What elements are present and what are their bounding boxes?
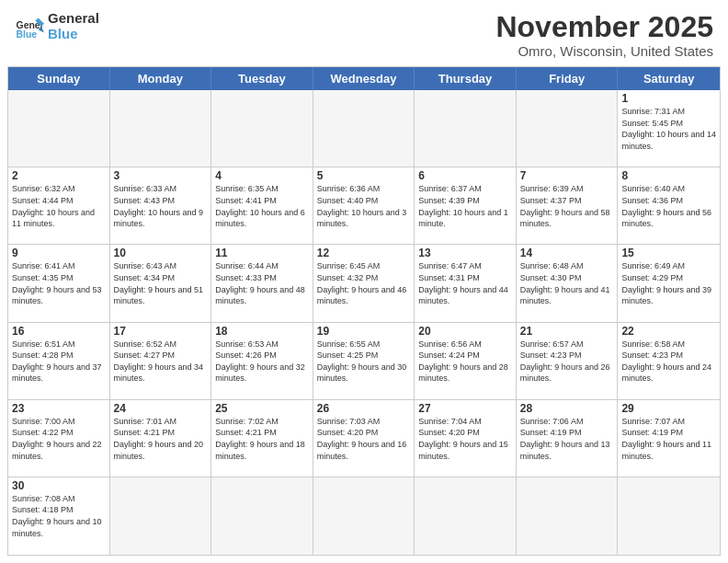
- cell-day-number: 18: [215, 325, 309, 338]
- cell-sun-info: Sunrise: 7:02 AM Sunset: 4:21 PM Dayligh…: [215, 416, 309, 462]
- calendar-cell: 6Sunrise: 6:37 AM Sunset: 4:39 PM Daylig…: [415, 167, 517, 245]
- calendar-cell: 28Sunrise: 7:06 AM Sunset: 4:19 PM Dayli…: [517, 400, 619, 477]
- cell-sun-info: Sunrise: 6:44 AM Sunset: 4:33 PM Dayligh…: [215, 260, 309, 306]
- cell-sun-info: Sunrise: 6:39 AM Sunset: 4:37 PM Dayligh…: [520, 183, 614, 229]
- calendar-cell: [313, 90, 415, 167]
- cell-day-number: 23: [12, 402, 106, 415]
- cell-sun-info: Sunrise: 7:07 AM Sunset: 4:19 PM Dayligh…: [621, 416, 716, 462]
- cell-day-number: 27: [418, 402, 512, 415]
- calendar-cell: 10Sunrise: 6:43 AM Sunset: 4:34 PM Dayli…: [110, 245, 212, 322]
- calendar-cell: 21Sunrise: 6:57 AM Sunset: 4:23 PM Dayli…: [517, 323, 619, 400]
- logo-icon: General Blue: [15, 12, 44, 41]
- calendar-cell: 15Sunrise: 6:49 AM Sunset: 4:29 PM Dayli…: [618, 245, 720, 322]
- calendar: SundayMondayTuesdayWednesdayThursdayFrid…: [7, 66, 721, 556]
- cell-sun-info: Sunrise: 7:06 AM Sunset: 4:19 PM Dayligh…: [520, 416, 614, 462]
- cell-sun-info: Sunrise: 7:04 AM Sunset: 4:20 PM Dayligh…: [418, 416, 512, 462]
- cell-sun-info: Sunrise: 6:35 AM Sunset: 4:41 PM Dayligh…: [215, 183, 309, 229]
- cell-day-number: 8: [621, 169, 716, 182]
- cell-day-number: 14: [520, 247, 614, 259]
- cell-day-number: 1: [621, 92, 716, 105]
- calendar-cell: 22Sunrise: 6:58 AM Sunset: 4:23 PM Dayli…: [618, 323, 720, 400]
- cell-sun-info: Sunrise: 7:31 AM Sunset: 5:45 PM Dayligh…: [621, 106, 716, 152]
- cell-day-number: 30: [12, 479, 106, 492]
- calendar-cell: 12Sunrise: 6:45 AM Sunset: 4:32 PM Dayli…: [313, 245, 415, 322]
- calendar-cell: [110, 477, 212, 555]
- cell-sun-info: Sunrise: 7:01 AM Sunset: 4:21 PM Dayligh…: [114, 416, 208, 462]
- calendar-cell: 20Sunrise: 6:56 AM Sunset: 4:24 PM Dayli…: [415, 323, 517, 400]
- calendar-cell: [211, 477, 313, 555]
- calendar-cell: 13Sunrise: 6:47 AM Sunset: 4:31 PM Dayli…: [415, 245, 517, 322]
- cell-sun-info: Sunrise: 6:51 AM Sunset: 4:28 PM Dayligh…: [12, 339, 106, 385]
- cell-sun-info: Sunrise: 6:56 AM Sunset: 4:24 PM Dayligh…: [418, 339, 512, 385]
- calendar-cell: [517, 477, 619, 555]
- cell-sun-info: Sunrise: 6:47 AM Sunset: 4:31 PM Dayligh…: [418, 260, 512, 306]
- page: General Blue General Blue November 2025 …: [0, 0, 728, 563]
- cell-sun-info: Sunrise: 6:48 AM Sunset: 4:30 PM Dayligh…: [520, 260, 614, 306]
- cell-day-number: 28: [520, 402, 614, 415]
- cell-sun-info: Sunrise: 6:49 AM Sunset: 4:29 PM Dayligh…: [621, 260, 716, 306]
- calendar-cell: 14Sunrise: 6:48 AM Sunset: 4:30 PM Dayli…: [517, 245, 619, 322]
- cell-sun-info: Sunrise: 6:36 AM Sunset: 4:40 PM Dayligh…: [317, 183, 411, 229]
- cell-sun-info: Sunrise: 6:43 AM Sunset: 4:34 PM Dayligh…: [114, 260, 208, 306]
- day-headers: SundayMondayTuesdayWednesdayThursdayFrid…: [8, 67, 720, 90]
- cell-day-number: 21: [520, 325, 614, 338]
- cell-day-number: 22: [621, 325, 716, 338]
- calendar-cell: [211, 90, 313, 167]
- day-header-tuesday: Tuesday: [211, 67, 313, 90]
- location: Omro, Wisconsin, United States: [495, 43, 713, 59]
- calendar-cell: 25Sunrise: 7:02 AM Sunset: 4:21 PM Dayli…: [211, 400, 313, 477]
- header: General Blue General Blue November 2025 …: [0, 0, 728, 66]
- calendar-cell: 19Sunrise: 6:55 AM Sunset: 4:25 PM Dayli…: [313, 323, 415, 400]
- cell-sun-info: Sunrise: 6:40 AM Sunset: 4:36 PM Dayligh…: [621, 183, 716, 229]
- calendar-cell: 1Sunrise: 7:31 AM Sunset: 5:45 PM Daylig…: [618, 90, 720, 167]
- cell-sun-info: Sunrise: 6:41 AM Sunset: 4:35 PM Dayligh…: [12, 260, 106, 306]
- calendar-cell: 9Sunrise: 6:41 AM Sunset: 4:35 PM Daylig…: [8, 245, 110, 322]
- calendar-cell: 16Sunrise: 6:51 AM Sunset: 4:28 PM Dayli…: [8, 323, 110, 400]
- day-header-wednesday: Wednesday: [313, 67, 415, 90]
- cell-day-number: 15: [621, 247, 716, 259]
- cell-day-number: 26: [317, 402, 411, 415]
- cell-day-number: 17: [114, 325, 208, 338]
- calendar-cell: 5Sunrise: 6:36 AM Sunset: 4:40 PM Daylig…: [313, 167, 415, 245]
- calendar-cell: 26Sunrise: 7:03 AM Sunset: 4:20 PM Dayli…: [313, 400, 415, 477]
- cell-day-number: 5: [317, 169, 411, 182]
- cell-day-number: 29: [621, 402, 716, 415]
- cell-day-number: 10: [114, 247, 208, 259]
- calendar-cell: 7Sunrise: 6:39 AM Sunset: 4:37 PM Daylig…: [517, 167, 619, 245]
- cell-sun-info: Sunrise: 6:33 AM Sunset: 4:43 PM Dayligh…: [114, 183, 208, 229]
- calendar-cell: 4Sunrise: 6:35 AM Sunset: 4:41 PM Daylig…: [211, 167, 313, 245]
- cell-day-number: 12: [317, 247, 411, 259]
- cell-day-number: 9: [12, 247, 106, 259]
- calendar-cell: [110, 90, 212, 167]
- cell-day-number: 20: [418, 325, 512, 338]
- calendar-cell: 24Sunrise: 7:01 AM Sunset: 4:21 PM Dayli…: [110, 400, 212, 477]
- calendar-cell: 2Sunrise: 6:32 AM Sunset: 4:44 PM Daylig…: [8, 167, 110, 245]
- calendar-cell: 17Sunrise: 6:52 AM Sunset: 4:27 PM Dayli…: [110, 323, 212, 400]
- logo-general-text: General: [48, 11, 99, 27]
- day-header-saturday: Saturday: [618, 67, 720, 90]
- calendar-grid: 1Sunrise: 7:31 AM Sunset: 5:45 PM Daylig…: [8, 90, 720, 555]
- cell-day-number: 2: [12, 169, 106, 182]
- cell-day-number: 6: [418, 169, 512, 182]
- day-header-thursday: Thursday: [415, 67, 517, 90]
- cell-day-number: 4: [215, 169, 309, 182]
- cell-day-number: 19: [317, 325, 411, 338]
- cell-sun-info: Sunrise: 7:03 AM Sunset: 4:20 PM Dayligh…: [317, 416, 411, 462]
- logo: General Blue General Blue: [15, 11, 99, 41]
- cell-day-number: 7: [520, 169, 614, 182]
- svg-text:Blue: Blue: [17, 29, 38, 40]
- calendar-cell: [8, 90, 110, 167]
- calendar-cell: 3Sunrise: 6:33 AM Sunset: 4:43 PM Daylig…: [110, 167, 212, 245]
- cell-sun-info: Sunrise: 6:58 AM Sunset: 4:23 PM Dayligh…: [621, 339, 716, 385]
- calendar-cell: [415, 90, 517, 167]
- calendar-cell: 29Sunrise: 7:07 AM Sunset: 4:19 PM Dayli…: [618, 400, 720, 477]
- calendar-cell: 23Sunrise: 7:00 AM Sunset: 4:22 PM Dayli…: [8, 400, 110, 477]
- calendar-cell: 30Sunrise: 7:08 AM Sunset: 4:18 PM Dayli…: [8, 477, 110, 555]
- cell-sun-info: Sunrise: 6:53 AM Sunset: 4:26 PM Dayligh…: [215, 339, 309, 385]
- day-header-sunday: Sunday: [8, 67, 110, 90]
- cell-day-number: 24: [114, 402, 208, 415]
- calendar-cell: [618, 477, 720, 555]
- calendar-cell: 8Sunrise: 6:40 AM Sunset: 4:36 PM Daylig…: [618, 167, 720, 245]
- cell-day-number: 16: [12, 325, 106, 338]
- calendar-cell: [415, 477, 517, 555]
